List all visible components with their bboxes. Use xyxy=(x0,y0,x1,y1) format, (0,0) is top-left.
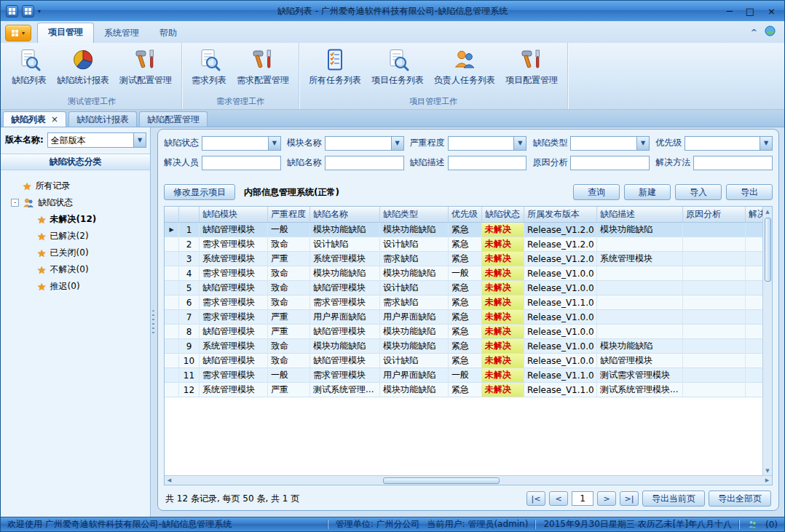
collapse-ribbon-icon[interactable]: ^ xyxy=(751,28,757,37)
cell-priority[interactable]: 紧急 xyxy=(449,339,482,354)
table-row[interactable]: ▶1缺陷管理模块一般模块功能缺陷模块功能缺陷紧急未解决Release_V1.2.… xyxy=(165,223,762,237)
cell-cause[interactable] xyxy=(683,223,746,237)
cell-priority[interactable]: 紧急 xyxy=(449,281,482,295)
tree-item-unresolved[interactable]: ★未解决(12) xyxy=(8,211,150,228)
scroll-down-icon[interactable]: ▼ xyxy=(763,466,773,475)
doc-tab-defect-stats[interactable]: 缺陷统计报表 xyxy=(68,111,137,127)
ribbon-item-requirement-list[interactable]: 需求列表 xyxy=(186,44,232,88)
table-row[interactable]: 10缺陷管理模块致命缺陷管理模块设计缺陷紧急未解决Release_V1.0.0缺… xyxy=(165,354,762,368)
cell-name[interactable]: 模块功能缺陷 xyxy=(310,266,380,281)
new-button[interactable]: 新建 xyxy=(624,184,671,200)
grid-column-header[interactable]: 优先级 xyxy=(449,207,482,222)
solution-input[interactable] xyxy=(693,156,773,170)
chevron-down-icon[interactable]: ▾ xyxy=(38,8,41,15)
scroll-left-icon[interactable]: ◀ xyxy=(165,476,174,485)
cell-cause[interactable] xyxy=(683,237,746,252)
cell-name[interactable]: 需求管理模块 xyxy=(310,368,380,383)
grid-column-header[interactable]: 原因分析 xyxy=(683,207,746,222)
dropdown-arrow-icon[interactable]: ▼ xyxy=(760,137,772,150)
app-icon[interactable] xyxy=(6,5,18,17)
cell-cause[interactable] xyxy=(683,354,746,368)
export-all-pages-button[interactable]: 导出全部页 xyxy=(709,491,771,507)
scroll-right-icon[interactable]: ▶ xyxy=(762,476,772,485)
cell-release[interactable]: Release_V1.0.0 xyxy=(524,339,597,354)
cell-name[interactable]: 测试系统管理... xyxy=(310,383,380,397)
cell-severity[interactable]: 严重 xyxy=(268,325,310,339)
cell-solution[interactable] xyxy=(746,310,762,325)
table-row[interactable]: 12系统管理模块严重测试系统管理...模块功能缺陷紧急未解决Release_V1… xyxy=(165,383,762,397)
cell-desc[interactable]: 模块功能缺陷 xyxy=(597,223,683,237)
cell-solution[interactable] xyxy=(746,339,762,354)
pager-first-button[interactable]: |< xyxy=(526,491,545,506)
cell-module[interactable]: 需求管理模块 xyxy=(200,310,268,325)
cell-type[interactable]: 设计缺陷 xyxy=(380,354,449,368)
cell-desc[interactable]: 测试系统管理模块... xyxy=(597,383,683,397)
table-row[interactable]: 6需求管理模块致命需求管理模块需求缺陷紧急未解决Release_V1.1.0 xyxy=(165,295,762,310)
module-name-select[interactable]: ▼ xyxy=(325,136,404,151)
cell-desc[interactable]: 测试需求管理模块 xyxy=(597,368,683,383)
ribbon-item-owner-tasks-list[interactable]: 负责人任务列表 xyxy=(429,44,500,88)
cell-solution[interactable] xyxy=(746,354,762,368)
cell-solution[interactable] xyxy=(746,383,762,397)
cell-cause[interactable] xyxy=(683,281,746,295)
cell-status[interactable]: 未解决 xyxy=(482,310,524,325)
cell-desc[interactable]: 模块功能缺陷 xyxy=(597,339,683,354)
close-tab-icon[interactable]: × xyxy=(51,114,58,124)
ribbon-tab[interactable]: 项目管理 xyxy=(37,23,94,43)
grid-column-header[interactable]: 缺陷类型 xyxy=(380,207,449,222)
export-button[interactable]: 导出 xyxy=(726,184,773,200)
cell-module[interactable]: 需求管理模块 xyxy=(200,266,268,281)
cell-release[interactable]: Release_V1.0.0 xyxy=(524,310,597,325)
modify-display-button[interactable]: 修改显示项目 xyxy=(164,184,235,200)
scroll-up-icon[interactable]: ▲ xyxy=(763,207,773,216)
cell-module[interactable]: 缺陷管理模块 xyxy=(200,281,268,295)
dropdown-arrow-icon[interactable]: ▼ xyxy=(391,137,403,150)
cell-name[interactable]: 需求管理模块 xyxy=(310,295,380,310)
cell-severity[interactable]: 严重 xyxy=(268,383,310,397)
cell-release[interactable]: Release_V1.2.0 xyxy=(524,223,597,237)
export-current-page-button[interactable]: 导出当前页 xyxy=(642,491,705,507)
cell-desc[interactable]: 缺陷管理模块 xyxy=(597,354,683,368)
cell-module[interactable]: 系统管理模块 xyxy=(200,339,268,354)
ribbon-tab[interactable]: 帮助 xyxy=(149,24,187,43)
cell-severity[interactable]: 致命 xyxy=(268,354,310,368)
cause-analysis-input[interactable] xyxy=(570,156,650,170)
cell-module[interactable]: 系统管理模块 xyxy=(200,252,268,266)
table-row[interactable]: 5缺陷管理模块致命缺陷管理模块设计缺陷紧急未解决Release_V1.0.0 xyxy=(165,281,762,295)
cell-module[interactable]: 缺陷管理模块 xyxy=(200,325,268,339)
pager-next-button[interactable]: > xyxy=(597,491,616,506)
maximize-button[interactable]: □ xyxy=(746,7,754,16)
cell-type[interactable]: 模块功能缺陷 xyxy=(380,223,449,237)
cell-desc[interactable] xyxy=(597,266,683,281)
cell-solution[interactable] xyxy=(746,368,762,383)
cell-module[interactable]: 需求管理模块 xyxy=(200,295,268,310)
import-button[interactable]: 导入 xyxy=(675,184,722,200)
cell-release[interactable]: Release_V1.1.0 xyxy=(524,368,597,383)
ribbon-item-all-tasks-list[interactable]: 所有任务列表 xyxy=(304,44,366,88)
cell-status[interactable]: 未解决 xyxy=(482,339,524,354)
dropdown-arrow-icon[interactable]: ▼ xyxy=(133,133,146,147)
cell-type[interactable]: 模块功能缺陷 xyxy=(380,339,449,354)
cell-status[interactable]: 未解决 xyxy=(482,266,524,281)
priority-select[interactable]: ▼ xyxy=(685,136,773,151)
version-select[interactable]: 全部版本 ▼ xyxy=(47,132,146,148)
table-row[interactable]: 8缺陷管理模块严重缺陷管理模块模块功能缺陷紧急未解决Release_V1.0.0 xyxy=(165,325,762,339)
cell-desc[interactable] xyxy=(597,325,683,339)
tree-item-resolved[interactable]: ★已解决(2) xyxy=(8,228,150,245)
tree-item-postponed[interactable]: ★推迟(0) xyxy=(8,278,150,295)
cell-desc[interactable] xyxy=(597,281,683,295)
cell-solution[interactable] xyxy=(746,237,762,252)
ribbon-item-test-config-mgmt[interactable]: 测试配置管理 xyxy=(114,44,177,88)
resolver-input[interactable] xyxy=(202,156,281,170)
cell-severity[interactable]: 致命 xyxy=(268,295,310,310)
cell-priority[interactable]: 紧急 xyxy=(449,252,482,266)
cell-status[interactable]: 未解决 xyxy=(482,295,524,310)
cell-priority[interactable]: 紧急 xyxy=(449,295,482,310)
cell-status[interactable]: 未解决 xyxy=(482,354,524,368)
cell-status[interactable]: 未解决 xyxy=(482,252,524,266)
cell-type[interactable]: 用户界面缺陷 xyxy=(380,368,449,383)
cell-type[interactable]: 需求缺陷 xyxy=(380,252,449,266)
tree-item-wont-fix[interactable]: ★不解决(0) xyxy=(8,261,150,278)
ribbon-item-defect-stats-report[interactable]: 缺陷统计报表 xyxy=(52,44,114,88)
cell-type[interactable]: 模块功能缺陷 xyxy=(380,266,449,281)
